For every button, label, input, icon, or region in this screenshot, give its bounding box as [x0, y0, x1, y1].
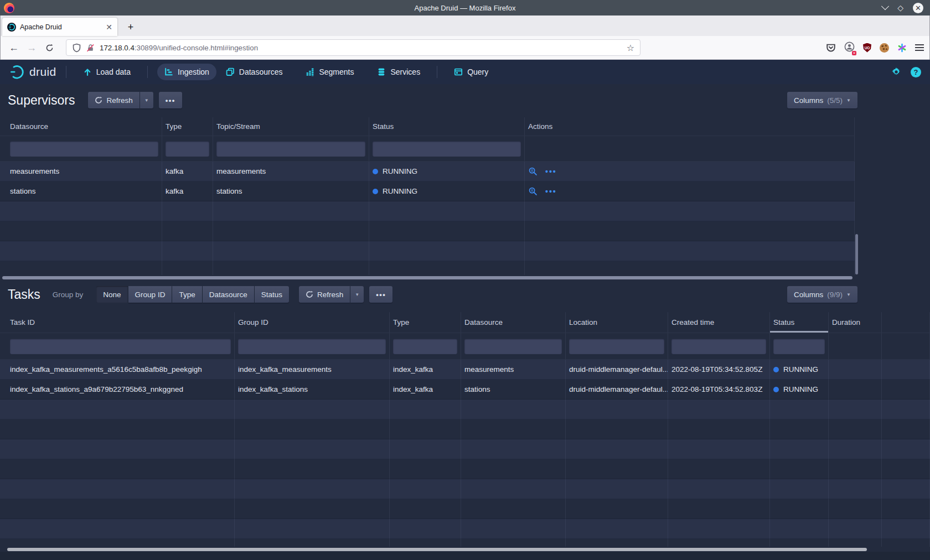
tasks-more-button[interactable]: ••• [369, 286, 392, 303]
window-titlebar: Apache Druid — Mozilla Firefox ◇ ✕ [0, 0, 930, 15]
supervisors-refresh-caret-button[interactable]: ▼ [140, 92, 153, 108]
new-tab-button[interactable]: + [123, 19, 138, 35]
chevron-down-icon: ▼ [846, 292, 851, 297]
inspect-magnifier-icon[interactable] [528, 167, 538, 176]
nav-label: Services [390, 68, 420, 76]
group-by-status-button[interactable]: Status [255, 286, 289, 303]
supervisors-columns-button[interactable]: Columns (5/5) ▼ [787, 92, 857, 108]
url-path: :30899/unified-console.html#ingestion [135, 44, 258, 52]
table-row[interactable]: index_kafka_measurements_a5616c5ba8afb8b… [0, 360, 930, 380]
group-by-group-id-button[interactable]: Group ID [128, 286, 172, 303]
container-extension-icon[interactable] [897, 43, 907, 53]
more-icon: ••• [376, 291, 386, 299]
settings-gear-icon[interactable] [891, 67, 901, 77]
tasks-title: Tasks [8, 287, 40, 302]
supervisors-filter-topic[interactable] [216, 141, 365, 157]
tasks-filter-type[interactable] [393, 339, 457, 354]
group-by-none-button[interactable]: None [96, 286, 127, 303]
pocket-icon[interactable] [826, 43, 836, 53]
tab-close-icon[interactable]: ✕ [106, 23, 112, 32]
browser-tab[interactable]: Apache Druid ✕ [2, 18, 117, 36]
help-icon[interactable]: ? [911, 67, 921, 77]
tasks-filter-datasource[interactable] [464, 339, 562, 354]
column-header-task-id[interactable]: Task ID [0, 312, 235, 333]
column-header-blank [882, 312, 930, 333]
column-header-group-id[interactable]: Group ID [235, 312, 390, 333]
nav-item-query[interactable]: Query [447, 64, 495, 80]
group-by-datasource-button[interactable]: Datasource [203, 286, 254, 303]
supervisors-filter-status[interactable] [373, 141, 521, 157]
nav-item-ingestion[interactable]: Ingestion [157, 64, 216, 80]
window-close-button[interactable]: ✕ [913, 3, 923, 13]
account-button[interactable]: ✕ [844, 42, 855, 54]
nav-item-services[interactable]: Services [370, 64, 427, 80]
column-header-status[interactable]: Status [369, 117, 525, 136]
menu-button[interactable] [915, 44, 924, 51]
nav-item-datasources[interactable]: Datasources [219, 64, 290, 80]
supervisors-filter-type[interactable] [166, 141, 209, 157]
supervisors-refresh-button[interactable]: Refresh [88, 92, 139, 108]
nav-item-segments[interactable]: Segments [298, 64, 361, 80]
cell-datasource: stations [0, 182, 162, 201]
supervisors-vertical-scrollbar[interactable] [855, 234, 858, 274]
table-row[interactable]: measurements kafka measurements RUNNING … [0, 162, 855, 182]
supervisors-filter-datasource[interactable] [10, 141, 158, 157]
tasks-refresh-button[interactable]: Refresh [299, 286, 350, 303]
cookie-extension-icon[interactable] [880, 43, 889, 53]
query-icon [454, 68, 463, 76]
column-header-datasource[interactable]: Datasource [0, 117, 162, 136]
column-header-status[interactable]: Status [770, 312, 829, 333]
nav-item-load-data[interactable]: Load data [76, 64, 138, 80]
table-row[interactable]: stations kafka stations RUNNING ••• [0, 182, 855, 201]
tasks-refresh-caret-button[interactable]: ▼ [350, 286, 364, 303]
window-maximize-icon[interactable]: ◇ [897, 4, 903, 12]
tasks-filter-created-time[interactable] [671, 339, 766, 354]
tab-bar: Apache Druid ✕ + [1, 15, 929, 36]
upload-icon [83, 68, 92, 76]
bookmark-star-icon[interactable]: ☆ [627, 43, 634, 53]
reload-button[interactable] [40, 39, 58, 56]
ublock-extension-icon[interactable]: UO [863, 43, 871, 53]
table-row[interactable]: index_kafka_stations_a9a679b22795b63_nnk… [0, 380, 930, 400]
tasks-horizontal-scrollbar[interactable] [7, 548, 867, 551]
column-header-topic-stream[interactable]: Topic/Stream [213, 117, 369, 136]
nav-label: Datasources [239, 68, 283, 76]
running-status-dot [373, 169, 378, 174]
forward-button[interactable]: → [23, 39, 40, 56]
supervisors-horizontal-scrollbar[interactable] [2, 276, 852, 279]
column-header-location[interactable]: Location [566, 312, 668, 333]
column-header-duration[interactable]: Duration [829, 312, 882, 333]
browser-window: Apache Druid — Mozilla Firefox ◇ ✕ Apach… [0, 0, 930, 560]
refresh-label: Refresh [106, 96, 132, 105]
cell-topic: measurements [213, 162, 369, 182]
supervisors-more-button[interactable]: ••• [159, 92, 182, 108]
status-badge: RUNNING [783, 365, 818, 374]
nav-label: Load data [96, 68, 131, 76]
row-more-icon[interactable]: ••• [545, 187, 557, 196]
column-header-datasource[interactable]: Datasource [461, 312, 566, 333]
segments-icon [306, 68, 314, 76]
row-more-icon[interactable]: ••• [545, 167, 557, 176]
insecure-lock-icon[interactable] [86, 44, 95, 52]
inspect-magnifier-icon[interactable] [528, 186, 538, 196]
tasks-filter-task-id[interactable] [10, 339, 231, 354]
tracking-shield-icon[interactable] [72, 43, 81, 53]
tasks-filter-status[interactable] [773, 339, 825, 354]
tasks-columns-button[interactable]: Columns (9/9) ▼ [787, 286, 857, 303]
supervisors-table: Datasource Type Topic/Stream Status Acti… [0, 117, 855, 275]
tasks-filter-location[interactable] [569, 339, 664, 354]
column-header-type[interactable]: Type [162, 117, 213, 136]
group-by-type-button[interactable]: Type [172, 286, 202, 303]
url-bar[interactable]: 172.18.0.4:30899/unified-console.html#in… [66, 39, 640, 56]
tasks-filter-group-id[interactable] [238, 339, 386, 354]
columns-count: (5/5) [827, 96, 843, 105]
cell-actions: ••• [525, 162, 855, 182]
back-button[interactable]: ← [5, 39, 23, 56]
window-minimize-icon[interactable] [881, 2, 889, 10]
cell-location: druid-middlemanager-defaul... [566, 360, 668, 380]
refresh-icon [306, 291, 313, 298]
cell-group-id: index_kafka_stations [235, 380, 390, 400]
column-header-created-time[interactable]: Created time [668, 312, 770, 333]
forward-arrow-icon: → [27, 42, 37, 54]
column-header-type[interactable]: Type [390, 312, 461, 333]
